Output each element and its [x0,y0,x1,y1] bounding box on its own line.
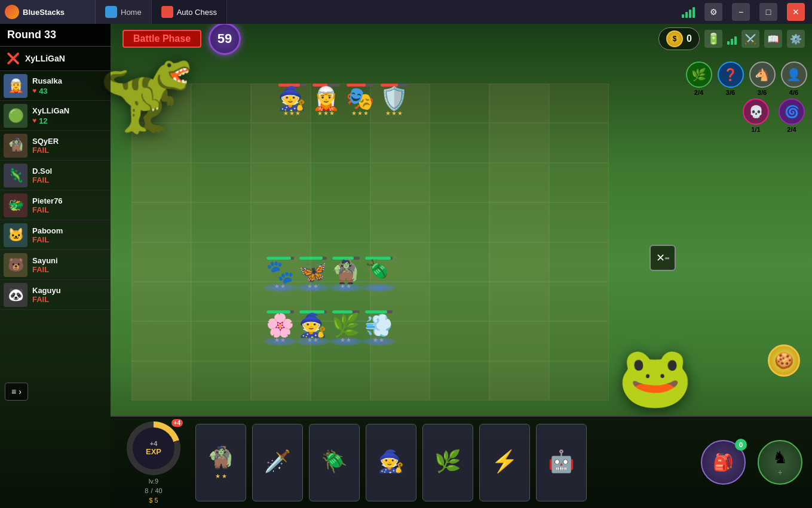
signal-bar-2 [685,12,688,18]
board-cell [311,321,370,361]
bench-slot-5[interactable]: 🌿 [422,424,473,501]
board-cell [131,282,191,321]
player-info-sayuni: Sayuni FAIL [32,256,107,274]
exp-bar-row: 8 / 40 [145,487,162,494]
game-area: 🦖 🐸 🧙 ★ ★ ★ 🧝 ★ ★ ★ [0,24,812,508]
bluestacks-name: BlueStacks [23,8,65,17]
bluestacks-icon [5,5,19,19]
board-cell [370,84,430,123]
board-cell [489,361,549,401]
bench-slot-1[interactable]: 🧌 ★ ★ [195,424,246,501]
board-cell [489,321,549,361]
player-item-pieter76[interactable]: 🐲 Pieter76 FAIL [0,190,111,220]
chess-board [119,72,681,412]
menu-icon: ≡ [11,387,16,396]
board-cell [251,242,311,282]
synergy-icon-3[interactable]: 🐴 3/6 [749,61,776,96]
top-hud: Battle Phase 59 $ 0 🔋 ⚔️ 📖 ⚙️ [111,24,812,54]
player-item-sqyer[interactable]: 🧌 SQyER FAIL [0,131,111,161]
sword-icon[interactable]: ⚔️ [741,30,759,48]
settings-icon[interactable]: ⚙ [704,3,722,21]
board-cell [191,84,251,123]
bench-slot-2[interactable]: 🗡️ [252,424,303,501]
board-cell [191,321,251,361]
player-info-dsol: D.Sol FAIL [32,167,107,184]
board-cell [191,242,251,282]
close-button[interactable]: ✕ [787,3,805,21]
player-name-pieter76: Pieter76 [32,196,107,205]
player-self-name: XyLLiGaN [25,54,65,63]
fail-badge-paboom: FAIL [32,235,107,244]
board-cell [370,321,430,361]
board-cell [489,202,549,242]
synergy-icon-6[interactable]: 🌀 2/4 [776,98,807,133]
board-cell [489,84,549,123]
player-item-xylligan[interactable]: 🟢 XyLLiGaN ♥ 12 [0,101,111,131]
player-item-rusalka[interactable]: 🧝 Rusalka ♥ 43 [0,71,111,101]
board-cell [549,163,609,202]
synergy-circle-2: ❓ [718,61,744,88]
bluestacks-logo[interactable]: BlueStacks [0,0,96,24]
player-item-dsol[interactable]: 🦎 D.Sol FAIL [0,161,111,190]
home-tab[interactable]: Home [96,0,152,24]
add-piece-button[interactable]: ♞ + [758,440,802,485]
board-cell [549,282,609,321]
gold-display: $ 0 [658,27,700,50]
game-tab-label: Auto Chess [177,8,217,17]
board-cell [370,123,430,162]
menu-button[interactable]: ≡ › [5,383,28,401]
synergy-circle-6: 🌀 [779,98,805,125]
right-bg-creature: 🐸 [618,342,693,412]
board-cell [251,282,311,321]
board-cell [430,123,489,162]
bag-button[interactable]: 🎒 0 [701,440,746,485]
player-info-kaguyu: Kaguyu FAIL [32,286,107,304]
book-icon[interactable]: 📖 [764,30,782,48]
player-name-kaguyu: Kaguyu [32,286,107,295]
player-item-kaguyu[interactable]: 🐼 Kaguyu FAIL [0,280,111,310]
signal-bars [682,6,695,18]
player-avatar-rusalka: 🧝 [4,74,27,98]
bench-piece-body-3: 🪲 [321,449,348,474]
player-list: Round 33 ❌ XyLLiGaN 🧝 Rusalka ♥ 43 🟢 XyL… [0,24,111,508]
board-cell [549,242,609,282]
player-item-sayuni[interactable]: 🐻 Sayuni FAIL [0,250,111,280]
player-name-dsol: D.Sol [32,167,107,176]
crosshair-button[interactable]: ✕═ [649,245,676,271]
board-cell [430,321,489,361]
gear-icon[interactable]: ⚙️ [787,30,805,48]
synergy-icon-1[interactable]: 🌿 2/4 [685,61,712,96]
signal-bar-3 [689,10,691,18]
board-cell [489,242,549,282]
board-cell [430,242,489,282]
titlebar-right: ⚙ − □ ✕ [675,3,812,21]
board-cell [131,321,191,361]
exp-display[interactable]: +4 EXP +4 [127,421,180,475]
board-cell [191,361,251,401]
synergy-icon-2[interactable]: ❓ 3/6 [717,61,744,96]
player-name-sqyer: SQyER [32,137,107,146]
minimize-button[interactable]: − [732,3,750,21]
bench-piece-body-6: ⚡ [491,449,518,474]
player-info-rusalka: Rusalka ♥ 43 [32,76,107,96]
bag-icon: 🎒 [713,452,734,472]
help-button[interactable]: 🍪 [768,344,800,377]
bench-slot-6[interactable]: ⚡ [479,424,530,501]
player-avatar-pieter76: 🐲 [4,193,27,217]
board-cell [131,163,191,202]
player-item-paboom[interactable]: 🐱 Paboom FAIL [0,220,111,250]
add-piece-label: + [777,467,782,477]
maximize-button[interactable]: □ [759,3,777,21]
board-cell [311,84,370,123]
bench-slot-7[interactable]: 🤖 [536,424,587,501]
board-cell [549,202,609,242]
synergy-icon-4[interactable]: 👤 4/6 [780,61,807,96]
bench-slot-3[interactable]: 🪲 [309,424,360,501]
board-cell [430,361,489,401]
bench-slot-4[interactable]: 🧙 [366,424,416,501]
heart-icon-rusalka: ♥ [32,87,36,95]
battery-icon: 🔋 [704,30,722,48]
synergy-label-5: 1/1 [751,126,760,133]
synergy-icon-5[interactable]: 💀 1/1 [740,98,771,133]
auto-chess-tab[interactable]: Auto Chess [152,0,227,24]
